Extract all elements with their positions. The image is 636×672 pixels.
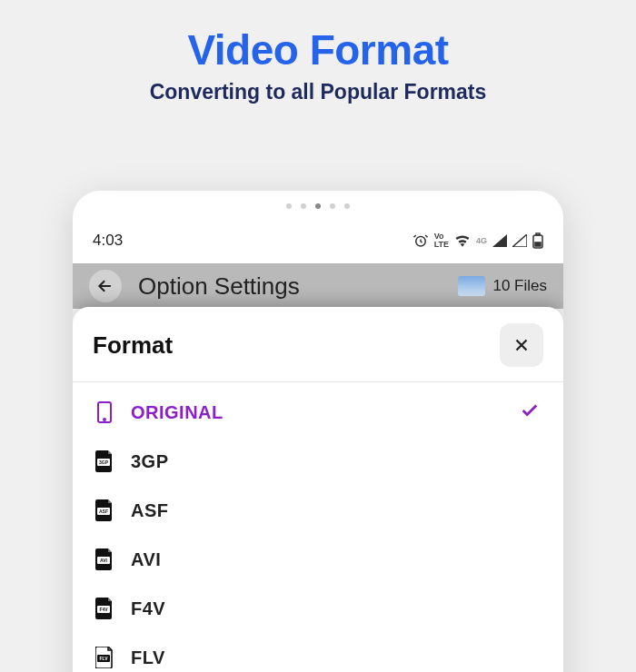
arrow-left-icon — [96, 277, 114, 295]
format-option-flv[interactable]: FLV FLV — [73, 633, 563, 672]
phone-icon — [94, 400, 114, 424]
format-label: F4V — [131, 598, 165, 619]
files-indicator[interactable]: 10 Files — [458, 276, 547, 296]
format-list: ORIGINAL 3GP 3GP ASF ASF AVI — [73, 382, 563, 672]
app-header: Option Settings 10 Files — [73, 263, 563, 309]
svg-text:3GP: 3GP — [99, 460, 109, 465]
file-3gp-icon: 3GP — [94, 450, 114, 473]
files-count-label: 10 Files — [492, 277, 547, 295]
sheet-title: Format — [93, 331, 173, 360]
file-avi-icon: AVI — [94, 548, 114, 571]
format-option-original[interactable]: ORIGINAL — [73, 388, 563, 437]
svg-text:FLV: FLV — [99, 656, 108, 661]
volte-icon: Vo LTE — [434, 232, 449, 249]
svg-text:F4V: F4V — [99, 607, 108, 612]
format-option-3gp[interactable]: 3GP 3GP — [73, 437, 563, 486]
format-sheet: Format ORIGINAL 3GP 3GP — [73, 307, 563, 672]
battery-icon — [532, 232, 543, 249]
signal-icon-2 — [512, 234, 527, 247]
signal-icon — [492, 234, 507, 247]
file-f4v-icon: F4V — [94, 597, 114, 620]
close-button[interactable] — [500, 323, 543, 367]
hero-title: Video Format — [0, 25, 636, 74]
status-bar: 4:03 Vo LTE 4G — [73, 218, 563, 263]
format-option-avi[interactable]: AVI AVI — [73, 535, 563, 584]
format-label: AVI — [131, 549, 161, 570]
device-frame: 4:03 Vo LTE 4G Option Settings — [73, 191, 563, 672]
device-camera-dots — [73, 191, 563, 218]
status-time: 4:03 — [93, 232, 123, 250]
format-label: 3GP — [131, 451, 169, 472]
network-label: 4G — [476, 237, 487, 245]
format-option-f4v[interactable]: F4V F4V — [73, 584, 563, 633]
check-icon — [520, 400, 540, 424]
app-header-title: Option Settings — [138, 272, 300, 301]
svg-text:ASF: ASF — [99, 509, 108, 514]
svg-rect-2 — [536, 233, 540, 235]
svg-rect-3 — [535, 242, 541, 246]
format-option-asf[interactable]: ASF ASF — [73, 486, 563, 535]
format-label: ASF — [131, 500, 169, 521]
alarm-icon — [412, 232, 429, 249]
back-button[interactable] — [89, 270, 122, 302]
files-thumbnail — [458, 276, 485, 296]
svg-point-5 — [104, 419, 105, 420]
close-icon — [512, 335, 532, 355]
svg-text:AVI: AVI — [100, 558, 108, 563]
format-label: ORIGINAL — [131, 402, 224, 423]
file-flv-icon: FLV — [94, 646, 114, 669]
wifi-icon — [454, 234, 471, 247]
format-label: FLV — [131, 647, 165, 668]
file-asf-icon: ASF — [94, 499, 114, 522]
hero-subtitle: Converting to all Popular Formats — [0, 80, 636, 104]
